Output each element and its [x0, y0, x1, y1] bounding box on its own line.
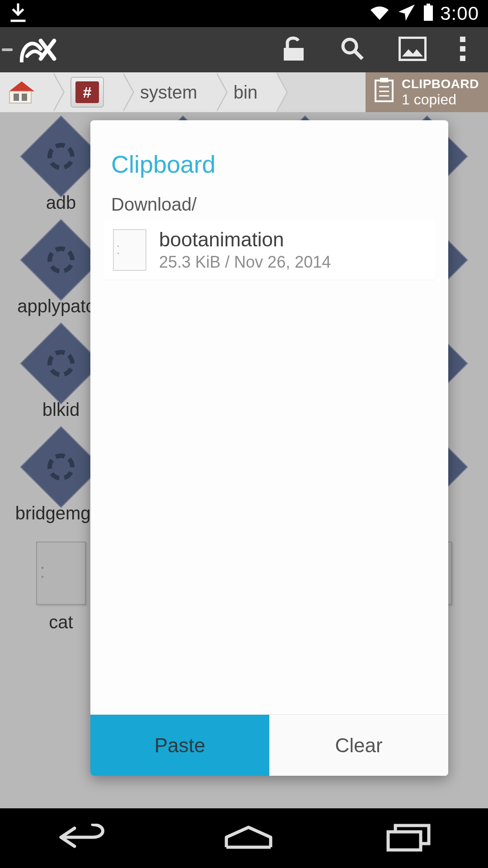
paste-button[interactable]: Paste [90, 715, 269, 776]
svg-rect-10 [380, 78, 388, 82]
wifi-icon [369, 4, 390, 24]
clipboard-item[interactable]: bootanimation 25.3 KiB / Nov 26, 2014 [104, 220, 435, 280]
drawer-handle[interactable] [2, 48, 13, 51]
status-bar: 3:00 [0, 0, 488, 27]
svg-rect-6 [460, 37, 465, 42]
back-icon[interactable] [56, 824, 111, 853]
overflow-menu-icon[interactable] [460, 37, 466, 63]
breadcrumb-label: system [140, 82, 197, 103]
app-logo[interactable] [19, 35, 58, 64]
home-icon[interactable] [224, 825, 273, 852]
app-toolbar [0, 27, 488, 72]
clipboard-item-meta: 25.3 KiB / Nov 26, 2014 [159, 253, 331, 272]
clipboard-icon [374, 78, 394, 107]
svg-rect-15 [388, 832, 421, 850]
breadcrumb-home[interactable] [0, 72, 52, 112]
clipboard-popup-title: Clipboard [111, 150, 427, 178]
svg-rect-2 [284, 48, 304, 61]
search-icon[interactable] [340, 36, 365, 63]
status-clock: 3:00 [440, 3, 479, 24]
recents-icon[interactable] [386, 823, 432, 854]
svg-point-3 [343, 39, 357, 53]
battery-icon [423, 4, 434, 24]
airplane-icon [397, 3, 417, 24]
svg-rect-1 [427, 4, 430, 5]
clipboard-item-name: bootanimation [159, 228, 331, 251]
svg-rect-0 [424, 5, 433, 21]
svg-line-4 [355, 52, 362, 59]
svg-rect-8 [460, 56, 465, 61]
unlock-icon[interactable] [281, 35, 306, 64]
clear-button[interactable]: Clear [269, 715, 448, 776]
download-icon [9, 3, 27, 24]
clipboard-badge-title: CLIPBOARD [402, 77, 479, 91]
system-nav-bar [0, 808, 488, 868]
file-icon [113, 229, 146, 271]
clipboard-popup: Clipboard Download/ bootanimation 25.3 K… [90, 120, 448, 776]
clipboard-badge-subtitle: 1 copied [402, 91, 479, 108]
svg-rect-7 [460, 46, 465, 52]
breadcrumb-system[interactable]: system [122, 72, 216, 112]
image-icon[interactable] [399, 37, 427, 63]
clipboard-badge[interactable]: CLIPBOARD 1 copied [366, 72, 488, 112]
breadcrumb-label: bin [234, 82, 258, 103]
breadcrumb-bar: # system bin CLIPBOARD 1 copied [0, 72, 488, 112]
clipboard-source-path: Download/ [111, 194, 427, 215]
svg-rect-5 [399, 38, 426, 60]
